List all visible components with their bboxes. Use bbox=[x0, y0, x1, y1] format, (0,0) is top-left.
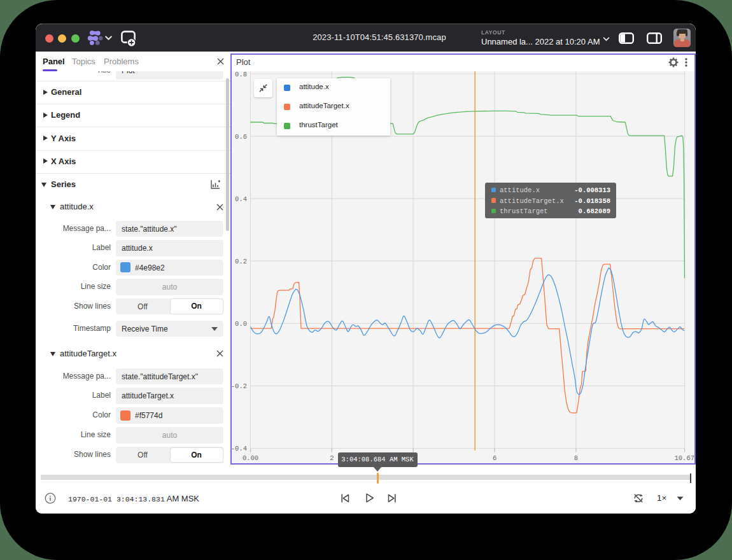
svg-text:0.00: 0.00 bbox=[243, 454, 258, 462]
svg-text:2: 2 bbox=[330, 454, 334, 462]
svg-text:10.67: 10.67 bbox=[674, 454, 694, 462]
svg-text:6: 6 bbox=[493, 454, 496, 462]
svg-text:0.8: 0.8 bbox=[235, 71, 247, 78]
svg-text:0.6: 0.6 bbox=[235, 133, 247, 141]
svg-text:0.0: 0.0 bbox=[235, 320, 247, 328]
svg-text:8: 8 bbox=[574, 454, 578, 462]
svg-text:-0.2: -0.2 bbox=[231, 382, 247, 390]
svg-text:0.2: 0.2 bbox=[235, 258, 247, 265]
svg-text:-0.4: -0.4 bbox=[231, 445, 247, 452]
svg-text:0.4: 0.4 bbox=[235, 195, 247, 203]
